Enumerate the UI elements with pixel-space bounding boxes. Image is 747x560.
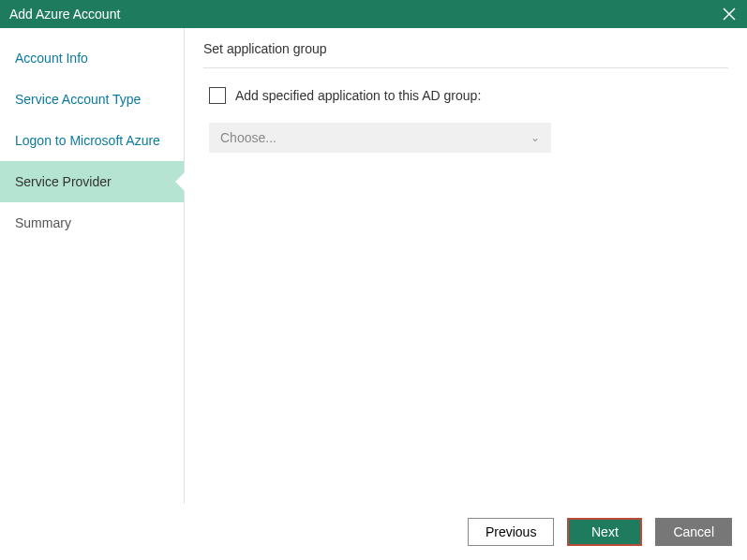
sidebar-item-account-info[interactable]: Account Info	[0, 37, 184, 79]
sidebar-item-label: Service Account Type	[15, 92, 141, 107]
checkbox-label: Add specified application to this AD gro…	[235, 88, 481, 103]
ad-group-select[interactable]: Choose... ⌄	[209, 123, 551, 153]
sidebar-item-service-provider[interactable]: Service Provider	[0, 161, 184, 202]
close-icon[interactable]	[721, 6, 738, 22]
add-to-ad-group-checkbox[interactable]	[209, 87, 226, 104]
sidebar-item-logon-azure[interactable]: Logon to Microsoft Azure	[0, 120, 184, 161]
sidebar-item-summary[interactable]: Summary	[0, 202, 184, 243]
previous-button[interactable]: Previous	[468, 518, 554, 546]
wizard-sidebar: Account Info Service Account Type Logon …	[0, 28, 185, 504]
sidebar-item-label: Account Info	[15, 51, 88, 66]
sidebar-item-label: Summary	[15, 215, 71, 230]
dialog-footer: Previous Next Cancel	[0, 504, 747, 560]
sidebar-item-label: Logon to Microsoft Azure	[15, 133, 160, 148]
dialog-header: Add Azure Account	[0, 0, 747, 28]
dialog-title: Add Azure Account	[9, 7, 120, 22]
section-title: Set application group	[203, 41, 728, 68]
cancel-button[interactable]: Cancel	[655, 518, 732, 546]
main-panel: Set application group Add specified appl…	[185, 28, 747, 504]
dialog-body: Account Info Service Account Type Logon …	[0, 28, 747, 504]
checkbox-row: Add specified application to this AD gro…	[203, 87, 728, 104]
select-placeholder: Choose...	[220, 130, 276, 145]
chevron-down-icon: ⌄	[530, 131, 540, 144]
sidebar-item-service-account-type[interactable]: Service Account Type	[0, 79, 184, 120]
sidebar-item-label: Service Provider	[15, 174, 112, 189]
next-button[interactable]: Next	[567, 518, 642, 546]
